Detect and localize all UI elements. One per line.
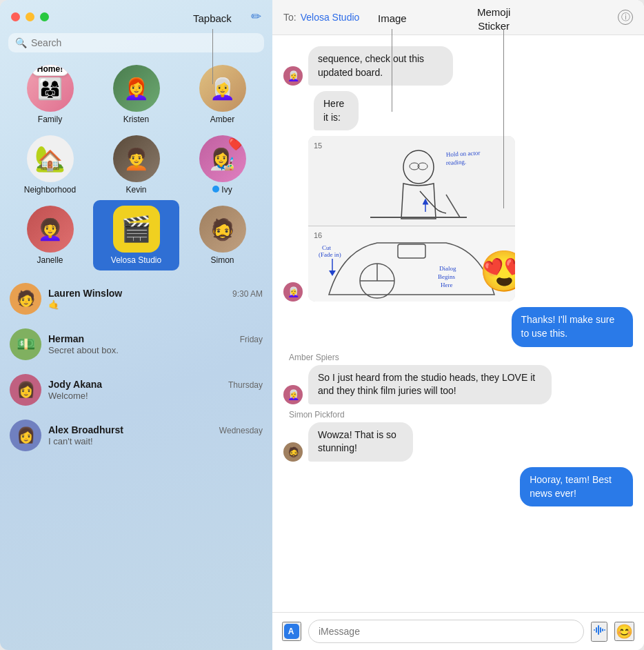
svg-text:reading.: reading. xyxy=(446,159,467,167)
pinned-label-ivy: Ivy xyxy=(212,185,232,195)
svg-text:Cut: Cut xyxy=(322,244,332,251)
msg-avatar-image: 👩‍🦳 xyxy=(283,282,303,302)
search-icon: 🔍 xyxy=(15,37,27,48)
conv-preview-herman: Secret about box. xyxy=(48,345,263,355)
fullscreen-button[interactable] xyxy=(40,12,49,21)
amber-sender-name: Amber Spiers xyxy=(289,353,633,362)
pinned-label-family: Family xyxy=(38,115,62,124)
svg-text:Begins: Begins xyxy=(438,273,455,280)
pinned-item-kristen[interactable]: 👩‍🦰 Kristen xyxy=(93,59,179,130)
msg-bubble-sent-1: Thanks! I'll make sure to use this. xyxy=(512,307,633,346)
chat-header: To: Velosa Studio ⓘ xyxy=(272,0,644,35)
pinned-label-neighborhood: Neighborhood xyxy=(24,185,76,195)
tapback-line xyxy=(212,29,213,84)
pinned-item-amber[interactable]: 👩‍🦳 Amber xyxy=(179,59,265,130)
msg-avatar-1: 👩‍🦳 xyxy=(283,66,303,86)
memoji-sticker: 😍 xyxy=(479,248,515,295)
tapback-annotation-label: Tapback xyxy=(193,12,232,24)
msg-row-sent-1: Thanks! I'll make sure to use this. xyxy=(283,307,633,346)
tapback-bubble-family: Home! xyxy=(31,65,69,76)
svg-text:Dialog: Dialog xyxy=(439,265,456,272)
memoji-line xyxy=(503,29,504,208)
image-line xyxy=(392,29,392,112)
conv-time-jody: Thursday xyxy=(228,380,263,390)
app-store-icon: A xyxy=(283,623,300,640)
msg-bubble-simon: Wowza! That is so stunning! xyxy=(308,422,413,462)
msg-row-amber: 👩‍🦳 So I just heard from the studio head… xyxy=(283,365,633,404)
msg-bubble-sent-2: Hooray, team! Best news ever! xyxy=(520,467,633,506)
amber-msg-group: Amber Spiers 👩‍🦳 So I just heard from th… xyxy=(283,353,633,404)
pinned-label-kristen: Kristen xyxy=(123,115,149,124)
input-area: A 😊 xyxy=(272,612,644,650)
pinned-item-ivy[interactable]: 👩‍🎨 ❤️ Ivy xyxy=(179,130,265,200)
conv-preview-lauren: 🤙 xyxy=(48,299,263,310)
audio-wave-icon xyxy=(592,623,606,637)
audio-button[interactable] xyxy=(591,622,607,642)
chat-to-label: To: xyxy=(283,12,296,23)
pinned-label-janelle: Janelle xyxy=(37,255,63,265)
sidebar: ✏ 🔍 👨‍👩‍👧 Home! Family 👩‍🦰 Kristen 👩‍🦳 xyxy=(0,0,272,650)
pinned-item-janelle[interactable]: 👩‍🦱 Janelle xyxy=(7,200,93,270)
emoji-button[interactable]: 😊 xyxy=(614,622,634,641)
search-bar: 🔍 xyxy=(8,33,264,52)
conv-item-alex[interactable]: 👩 Alex Broadhurst Wednesday I can't wait… xyxy=(0,413,272,458)
svg-text:16: 16 xyxy=(314,231,322,239)
msg-avatar-simon: 🧔 xyxy=(283,442,303,462)
pinned-item-neighborhood[interactable]: 🏡 Neighborhood xyxy=(7,130,93,200)
msg-row-simon: 🧔 Wowza! That is so stunning! xyxy=(283,422,633,462)
msg-bubble-2: Here it is: xyxy=(314,91,359,130)
search-input[interactable] xyxy=(31,37,257,48)
pinned-item-kevin[interactable]: 🧑‍🦱 Kevin xyxy=(93,130,179,200)
storyboard-image: 15 Hold on actor reading. xyxy=(308,136,515,302)
pinned-item-family[interactable]: 👨‍👩‍👧 Home! Family xyxy=(7,59,93,130)
svg-text:Here: Here xyxy=(441,282,453,288)
heart-badge: ❤️ xyxy=(228,137,243,152)
conv-name-herman: Herman xyxy=(48,333,84,344)
svg-text:(Fade in): (Fade in) xyxy=(319,251,341,258)
conv-preview-jody: Welcome! xyxy=(48,391,263,401)
minimize-button[interactable] xyxy=(26,12,34,21)
pinned-label-simon: Simon xyxy=(210,255,234,265)
messages-area: 👩‍🦳 sequence, check out this updated boa… xyxy=(272,35,644,612)
app-store-button[interactable]: A xyxy=(282,622,301,641)
conv-item-jody[interactable]: 👩 Jody Akana Thursday Welcome! xyxy=(0,367,272,413)
traffic-lights xyxy=(11,12,49,21)
svg-text:15: 15 xyxy=(314,141,322,150)
msg-avatar-amber: 👩‍🦳 xyxy=(283,385,303,404)
conversation-list: 🧑 Lauren Winslow 9:30 AM 🤙 💵 Herman Frid… xyxy=(0,276,272,650)
pinned-contacts-grid: 👨‍👩‍👧 Home! Family 👩‍🦰 Kristen 👩‍🦳 Amber… xyxy=(0,59,272,270)
simon-msg-group: Simon Pickford 🧔 Wowza! That is so stunn… xyxy=(283,410,633,462)
conv-time-lauren: 9:30 AM xyxy=(232,289,263,299)
info-button[interactable]: ⓘ xyxy=(618,10,633,25)
conv-item-lauren[interactable]: 🧑 Lauren Winslow 9:30 AM 🤙 xyxy=(0,276,272,322)
pinned-item-velosa[interactable]: 🎬 Velosa Studio xyxy=(93,200,179,270)
online-indicator-ivy xyxy=(212,186,219,193)
conv-time-alex: Wednesday xyxy=(219,426,263,435)
close-button[interactable] xyxy=(11,12,20,21)
conv-name-alex: Alex Broadhurst xyxy=(48,424,123,435)
conv-time-herman: Friday xyxy=(240,335,263,344)
conv-item-herman[interactable]: 💵 Herman Friday Secret about box. xyxy=(0,322,272,367)
msg-bubble-amber: So I just heard from the studio heads, t… xyxy=(308,365,552,404)
pinned-label-velosa: Velosa Studio xyxy=(111,255,161,265)
conv-name-lauren: Lauren Winslow xyxy=(48,288,122,299)
msg-row-image: 👩‍🦳 xyxy=(283,136,633,302)
msg-row-sent-2: Hooray, team! Best news ever! xyxy=(283,467,633,506)
pinned-label-kevin: Kevin xyxy=(125,185,146,195)
msg-bubble-1: sequence, check out this updated board. xyxy=(308,46,453,86)
conv-name-jody: Jody Akana xyxy=(48,379,102,390)
svg-rect-2 xyxy=(308,136,515,226)
msg-row-1: 👩‍🦳 sequence, check out this updated boa… xyxy=(283,46,633,86)
pinned-label-amber: Amber xyxy=(210,115,234,124)
chat-recipient: Velosa Studio xyxy=(301,12,360,23)
simon-sender-name: Simon Pickford xyxy=(289,410,633,420)
msg-row-2: Here it is: xyxy=(283,91,633,130)
chat-panel: To: Velosa Studio ⓘ 👩‍🦳 sequence, check … xyxy=(272,0,644,650)
svg-text:A: A xyxy=(288,627,294,636)
message-input[interactable] xyxy=(308,620,584,643)
memoji-sticker-annotation-label: MemojiSticker xyxy=(477,6,510,32)
conv-preview-alex: I can't wait! xyxy=(48,436,263,446)
compose-button[interactable]: ✏ xyxy=(251,9,261,24)
pinned-item-simon[interactable]: 🧔 Simon xyxy=(179,200,265,270)
image-annotation-label: Image xyxy=(378,12,407,24)
